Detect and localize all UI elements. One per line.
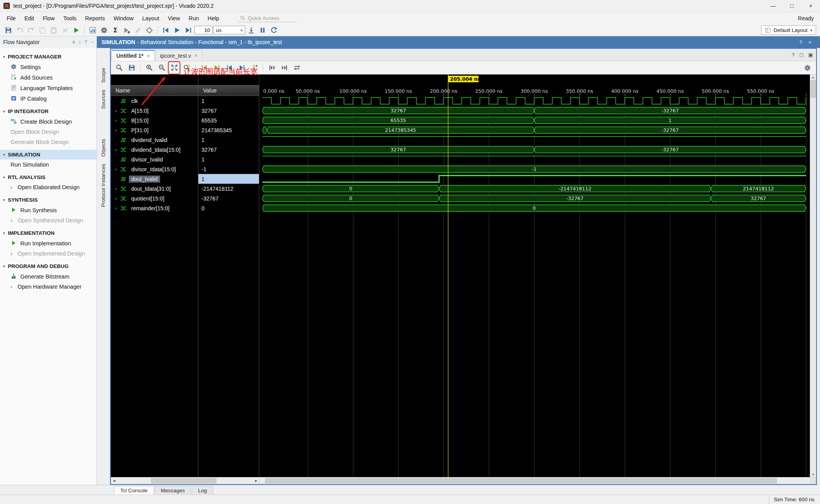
- signal-value-divisor-tdata-15-0[interactable]: -1: [198, 164, 259, 174]
- menu-window[interactable]: Window: [109, 14, 138, 23]
- report-button[interactable]: Σ: [110, 25, 121, 35]
- scroll-right-icon[interactable]: ▶: [253, 479, 259, 483]
- signal-row-clk[interactable]: clk: [111, 96, 198, 106]
- signal-value-dividend-tdata-15-0[interactable]: 32767: [198, 145, 259, 154]
- wave-vertical-scrollbar[interactable]: ▲ ▼: [810, 75, 816, 477]
- probe-button[interactable]: [144, 25, 155, 35]
- flow-item-settings[interactable]: Settings: [0, 62, 96, 72]
- close-tab-icon[interactable]: ×: [147, 53, 150, 59]
- run-for-time-button[interactable]: [183, 25, 194, 35]
- signal-row-dout-tdata-31-0[interactable]: ›dout_tdata[31:0]: [111, 184, 198, 193]
- help-icon[interactable]: ?: [84, 39, 87, 45]
- layout-selector[interactable]: Default Layout ▾: [761, 25, 816, 35]
- step-button[interactable]: [246, 25, 257, 35]
- signal-row-divisor-tvalid[interactable]: divisor_tvalid: [111, 154, 198, 164]
- relaunch-button[interactable]: [269, 25, 279, 35]
- save-project-button[interactable]: [3, 25, 14, 35]
- flow-item-run-simulation[interactable]: Run Simulation: [0, 160, 96, 170]
- zoom-in-button[interactable]: [144, 63, 154, 73]
- pause-button[interactable]: [257, 25, 268, 35]
- expander-icon[interactable]: ›: [113, 147, 119, 153]
- close-tab-icon[interactable]: ×: [194, 53, 198, 59]
- run-options-button[interactable]: [121, 25, 132, 35]
- scrollbar-track[interactable]: [260, 477, 810, 484]
- signal-row-b-15-0[interactable]: ›B[15:0]: [111, 115, 198, 125]
- flow-item-open-elaborated-design[interactable]: ›Open Elaborated Design: [0, 182, 96, 192]
- side-tab-scope[interactable]: Scope: [100, 64, 106, 86]
- expander-icon[interactable]: ›: [113, 205, 119, 211]
- signal-row-dividend-tdata-15-0[interactable]: ›dividend_tdata[15:0]: [111, 145, 198, 154]
- expander-icon[interactable]: ›: [113, 108, 119, 114]
- save-waveform-button[interactable]: [127, 63, 137, 73]
- runtime-unit-select[interactable]: us▾: [213, 26, 245, 34]
- signal-row-dout-tvalid[interactable]: dout_tvalid: [111, 174, 198, 184]
- side-tab-objects[interactable]: Objects: [100, 135, 106, 160]
- quick-access-search[interactable]: Quick Access: [238, 14, 297, 22]
- expander-icon[interactable]: ›: [113, 195, 119, 201]
- expander-icon[interactable]: ›: [113, 127, 119, 133]
- help-icon[interactable]: ?: [799, 39, 802, 45]
- menu-reports[interactable]: Reports: [81, 14, 109, 23]
- menu-view[interactable]: View: [164, 14, 184, 23]
- flow-section-synthesis[interactable]: ▾SYNTHESIS: [0, 195, 96, 205]
- bottom-tab-tcl-console[interactable]: Tcl Console: [114, 486, 154, 495]
- signal-value-dout-tdata-31-0[interactable]: -2147418112: [198, 184, 259, 193]
- maximize-panel-icon[interactable]: ▣: [808, 52, 813, 58]
- bottom-tab-messages[interactable]: Messages: [155, 486, 191, 495]
- zoom-out-button[interactable]: [157, 63, 167, 73]
- minimize-button[interactable]: —: [764, 0, 783, 12]
- signal-row-remainder-15-0[interactable]: ›remainder[15:0]: [111, 203, 198, 213]
- scroll-down-icon[interactable]: ▼: [810, 472, 816, 477]
- name-horizontal-scrollbar[interactable]: ◀ ▶: [111, 477, 260, 484]
- settings-button[interactable]: [99, 25, 109, 35]
- signal-row-dividend-tvalid[interactable]: dividend_tvalid: [111, 135, 198, 145]
- scroll-left-icon[interactable]: ◀: [111, 479, 117, 483]
- zoom-fit-button[interactable]: [169, 63, 179, 73]
- bottom-tab-log[interactable]: Log: [192, 486, 213, 495]
- menu-icon[interactable]: ≡: [72, 39, 75, 45]
- value-column-header[interactable]: Value: [198, 85, 259, 96]
- help-icon[interactable]: ?: [792, 52, 795, 58]
- expand-collapse-icon[interactable]: ↕: [78, 39, 81, 45]
- run-button[interactable]: [71, 25, 82, 35]
- runtime-value-input[interactable]: [194, 26, 212, 34]
- signal-row-a-15-0[interactable]: ›A[15:0]: [111, 106, 198, 115]
- side-tab-sources[interactable]: Sources: [100, 86, 106, 113]
- signal-row-p-31-0[interactable]: ›P[31:0]: [111, 125, 198, 135]
- waveform-canvas[interactable]: 0.000 ns50.000 ns100.000 ns150.000 ns200…: [259, 75, 810, 477]
- signal-value-p-31-0[interactable]: 2147385345: [198, 125, 259, 135]
- signal-value-dout-tvalid[interactable]: 1: [198, 174, 259, 184]
- signal-value-remainder-15-0[interactable]: 0: [198, 203, 259, 213]
- flow-section-ip-integrator[interactable]: ▾IP INTEGRATOR: [0, 106, 96, 116]
- close-icon[interactable]: ×: [808, 39, 811, 45]
- collapse-panel-icon[interactable]: −: [91, 39, 93, 45]
- signal-row-divisor-tdata-15-0[interactable]: ›divisor_tdata[15:0]: [111, 164, 198, 174]
- expander-icon[interactable]: ›: [113, 117, 119, 123]
- flow-section-rtl-analysis[interactable]: ▾RTL ANALYSIS: [0, 172, 96, 182]
- go-to-end-button[interactable]: [279, 63, 289, 73]
- editor-tab-ipcore-test-v[interactable]: ipcore_test.v×: [155, 50, 202, 61]
- float-panel-icon[interactable]: ◻: [799, 52, 804, 58]
- flow-section-project-manager[interactable]: ▾PROJECT MANAGER: [0, 52, 96, 62]
- close-button[interactable]: ×: [801, 0, 820, 12]
- signal-value-a-15-0[interactable]: 32767: [198, 106, 259, 115]
- swap-cursors-button[interactable]: [292, 63, 302, 73]
- flow-item-create-block-design[interactable]: Create Block Design: [0, 116, 96, 127]
- go-to-start-button[interactable]: [267, 63, 277, 73]
- wave-horizontal-scrollbar[interactable]: [260, 477, 810, 484]
- menu-help[interactable]: Help: [203, 14, 224, 23]
- restart-simulation-button[interactable]: [160, 25, 171, 35]
- project-summary-button[interactable]: [87, 25, 98, 35]
- menu-file[interactable]: File: [2, 14, 20, 23]
- horizontal-scrollbar-thumb[interactable]: [151, 478, 216, 483]
- flow-item-language-templates[interactable]: Language Templates: [0, 83, 96, 93]
- signal-value-b-15-0[interactable]: 65535: [198, 115, 259, 125]
- flow-section-simulation[interactable]: ▾SIMULATION: [0, 150, 96, 160]
- horizontal-scrollbar-thumb[interactable]: [265, 478, 777, 483]
- flow-item-ip-catalog[interactable]: IPIP Catalog: [0, 93, 96, 104]
- side-tab-protocol-instances[interactable]: Protocol Instances: [100, 160, 106, 211]
- signal-value-quotient-15-0[interactable]: -32767: [198, 193, 259, 203]
- menu-edit[interactable]: Edit: [20, 14, 38, 23]
- flow-section-program-and-debug[interactable]: ▾PROGRAM AND DEBUG: [0, 261, 96, 271]
- signal-value-dividend-tvalid[interactable]: 1: [198, 135, 259, 145]
